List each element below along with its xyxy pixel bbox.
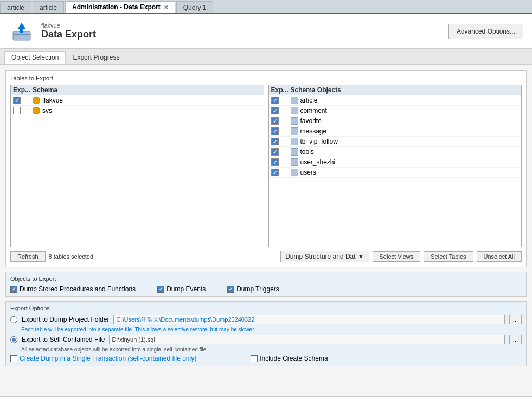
tables-to-export-section: Tables to Export Exp... Schema flakvue [5,70,527,267]
checkbox-icon[interactable] [271,127,279,135]
checkbox-icon[interactable] [271,117,279,125]
schema-name-cell: flakvue [33,97,261,104]
tab-object-selection[interactable]: Object Selection [4,51,66,64]
table-icon [291,138,298,145]
table-icon [291,97,298,104]
col-objects-header: Schema Objects [291,86,520,94]
table-row[interactable]: tb_vip_follow [269,137,522,147]
schema-row-sys[interactable]: sys [11,106,264,116]
table-row[interactable]: comment [269,106,522,116]
table-row[interactable]: users [269,168,522,178]
checkbox-label: Include Create Schema [260,355,328,362]
refresh-button[interactable]: Refresh [10,251,46,262]
export-option2-label: Export to Self-Contained File [22,336,105,343]
checkbox-icon[interactable] [157,286,164,293]
select-tables-button[interactable]: Select Tables [424,251,473,262]
db-icon [33,97,40,104]
dump-project-path-input[interactable] [113,315,504,324]
page-title: Data Export [41,29,96,40]
objects-panel-header: Exp... Schema Objects [269,85,522,95]
table-icon [291,127,298,135]
dump-procedures-option[interactable]: Dump Stored Procedures and Functions [10,285,136,293]
table-toolbar: Refresh 8 tables selected Dump Structure… [10,251,522,262]
svg-rect-1 [13,34,30,35]
table-row[interactable]: user_shezhi [269,157,522,168]
checkbox-icon[interactable] [13,107,21,114]
checkbox-icon[interactable] [10,286,17,293]
radio-self-contained[interactable] [10,336,17,343]
header: flakvue Data Export Advanced Options... [0,14,532,49]
dump-dropdown-label: Dump Structure and Dat [285,253,355,260]
hint-text-1: Each table will be exported into a separ… [21,326,522,332]
include-create-schema-option[interactable]: Include Create Schema [251,355,328,362]
export-checkboxes-row: Create Dump in a Single Transaction (sel… [10,355,522,362]
checkbox-icon[interactable] [271,97,279,104]
advanced-options-button[interactable]: Advanced Options... [448,24,523,39]
checkbox-icon[interactable] [13,97,21,104]
tab-data-export[interactable]: Administration - Data Export ✕ [65,1,175,13]
sub-tab-label: Export Progress [73,54,119,61]
tab-article-1[interactable]: article [0,1,31,13]
export-icon [9,18,35,44]
self-contained-path-input[interactable] [109,335,504,344]
schema-row-flakvue[interactable]: flakvue [11,95,264,106]
col-exp-header: Exp... [13,86,33,94]
table-icon [291,117,298,125]
tab-bar: article article Administration - Data Ex… [0,0,532,14]
close-icon[interactable]: ✕ [164,4,168,10]
tab-label: Administration - Data Export [72,3,161,11]
checkbox-exp[interactable] [13,107,33,114]
checkbox-icon[interactable] [271,148,279,156]
dump-events-option[interactable]: Dump Events [157,285,206,293]
option-label: Dump Stored Procedures and Functions [20,285,136,293]
object-label: tb_vip_follow [300,138,338,145]
object-label: message [300,127,327,135]
tables-container: Exp... Schema flakvue [10,85,522,247]
dump-dropdown-button[interactable]: Dump Structure and Dat ▼ [280,251,369,262]
schema-name-cell: sys [33,107,261,114]
checkbox-icon[interactable] [271,107,279,114]
object-label: users [300,169,316,176]
export-options-title: Export Options [10,305,522,311]
object-label: user_shezhi [300,158,336,166]
object-label: favorite [300,117,322,125]
tab-label: article [7,4,24,11]
table-icon [291,107,298,114]
schema-panel[interactable]: Exp... Schema flakvue [10,85,264,247]
table-row[interactable]: favorite [269,116,522,126]
radio-dump-project[interactable] [10,316,17,323]
table-row[interactable]: article [269,95,522,106]
option-label: Dump Triggers [236,285,279,293]
select-views-button[interactable]: Select Views [373,251,421,262]
tab-label: Query 1 [183,4,207,11]
tab-label: article [40,4,57,11]
browse-button-1[interactable]: ... [509,315,522,324]
table-row[interactable]: tools [269,147,522,157]
objects-panel[interactable]: Exp... Schema Objects article comment fa… [268,85,522,247]
object-label: tools [300,148,314,156]
option-label: Dump Events [166,285,206,293]
table-row[interactable]: message [269,126,522,137]
col-schema-header: Schema [33,86,261,94]
tab-export-progress[interactable]: Export Progress [66,51,126,64]
dump-triggers-option[interactable]: Dump Triggers [227,285,279,293]
schema-name: flakvue [41,22,96,29]
tab-article-2[interactable]: article [33,1,64,13]
unselect-all-button[interactable]: Unselect All [477,251,522,262]
schema-label: flakvue [42,97,63,104]
checkbox-icon[interactable] [271,138,279,145]
checkbox-icon[interactable] [271,169,279,176]
checkbox-icon[interactable] [271,158,279,166]
browse-button-2[interactable]: ... [509,335,522,344]
single-transaction-option[interactable]: Create Dump in a Single Transaction (sel… [10,355,196,362]
checkbox-exp[interactable] [13,97,33,104]
checkbox-icon[interactable] [251,355,258,362]
object-label: article [300,97,318,104]
export-option1-label: Export to Dump Project Folder [22,316,109,323]
export-option1-row: Export to Dump Project Folder ... [10,315,522,324]
checkbox-icon[interactable] [10,355,17,362]
object-label: comment [300,107,327,114]
tab-query1[interactable]: Query 1 [176,1,214,13]
checkbox-icon[interactable] [227,286,234,293]
objects-options-row: Dump Stored Procedures and Functions Dum… [10,285,522,293]
